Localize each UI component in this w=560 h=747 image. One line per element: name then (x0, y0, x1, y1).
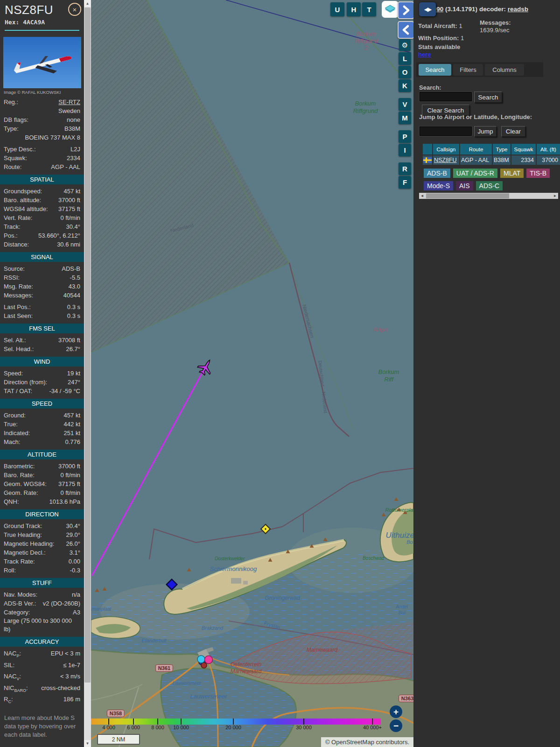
aircraft-photo[interactable] (3, 37, 81, 88)
data-row: NACP: EPU < 3 m (0, 649, 84, 661)
data-row: Track Rate:0.00 (0, 557, 84, 566)
data-row: Geom. Rate:0 ft/min (0, 488, 84, 497)
settings-button[interactable]: ⚙ (399, 39, 411, 51)
table-header-type[interactable]: Type (493, 144, 511, 155)
button-u[interactable]: U (330, 2, 344, 16)
data-row: Baro. altitude:37000 ft (0, 196, 84, 204)
sidebar-scrollbar[interactable]: ▲ ▼ (84, 0, 91, 747)
jump-label: Jump to Airport or Latitude, Longitude: (419, 113, 533, 120)
table-cell-flag[interactable] (423, 155, 432, 165)
data-row: Roll:-0.3 (0, 566, 84, 575)
panel-horizontal-scrollbar[interactable]: ◄ ► (419, 193, 558, 199)
scroll-down-icon[interactable]: ▼ (84, 740, 91, 747)
button-t[interactable]: T (362, 2, 376, 16)
zoom-in-button[interactable]: + (390, 705, 402, 718)
data-row: Speed:19 kt (0, 369, 84, 378)
map[interactable]: Borkum Riffgrund 2 Borkum Riffgrund Riff… (91, 0, 413, 747)
legend-tick: 30 000 (296, 725, 312, 730)
readsb-link[interactable]: readsb (508, 6, 528, 13)
scroll-right-icon[interactable]: ► (552, 193, 558, 199)
search-input[interactable] (420, 92, 472, 101)
jump-button[interactable]: Jump (474, 126, 497, 137)
route-row: Route: AGP - AAL (0, 162, 84, 171)
legend-tick: 20 000 (225, 725, 241, 730)
source-legend-row-1: ADS-BUAT / ADS-RMLATTIS-B (424, 169, 553, 178)
table-header-route[interactable]: Route (460, 144, 492, 155)
jump-input[interactable] (420, 127, 472, 136)
selected-aircraft-icon[interactable] (196, 357, 216, 377)
section-title-speed: SPEED (0, 399, 84, 409)
tab-filters[interactable]: Filters (453, 64, 483, 76)
tag-adsb: ADS-B (424, 169, 450, 178)
search-label: Search: (419, 84, 441, 91)
data-row: Magnetic Decl.:3.1° (0, 548, 84, 557)
chevron-left-icon (401, 25, 411, 35)
map-canvas (91, 0, 413, 747)
button-o[interactable]: O (399, 66, 411, 78)
button-k[interactable]: K (399, 79, 411, 92)
button-v[interactable]: V (399, 98, 411, 111)
wind-rows: Speed:19 kt Direction (from):247° TAT / … (0, 369, 84, 395)
legend-tick: 4 000 (102, 725, 115, 730)
data-row: NACV: < 3 m/s (0, 672, 84, 684)
table-header-alt[interactable]: Alt. (ft) (537, 144, 560, 155)
registration-link[interactable]: SE-RTZ (58, 98, 80, 106)
table-header-callsign[interactable]: Callsign (433, 144, 459, 155)
table-header-flag[interactable] (423, 144, 432, 155)
fms-rows: Sel. Alt.:37008 ft Sel. Head.:26.7° (0, 336, 84, 353)
left-triangle-icon: ◀ (424, 6, 427, 13)
stats-here-link[interactable]: here (418, 51, 431, 58)
panel-toggle-button[interactable]: ◀▶ (419, 2, 436, 16)
button-i[interactable]: I (399, 144, 411, 156)
button-l[interactable]: L (399, 52, 411, 65)
button-p[interactable]: P (399, 130, 411, 143)
search-button[interactable]: Search (474, 92, 502, 103)
button-h[interactable]: H (347, 2, 361, 16)
table-cell-callsign[interactable]: NSZ8FU (433, 155, 459, 165)
data-row: Mach:0.776 (0, 437, 84, 446)
tab-search[interactable]: Search (419, 64, 451, 76)
signal-rows: Source:ADS-B RSSI:-5.5 Msg. Rate:43.0 Me… (0, 264, 84, 300)
aircraft-marker-yellow[interactable] (261, 524, 270, 534)
data-row: Indicated:251 kt (0, 429, 84, 437)
sidebar-scrollbar-thumb[interactable] (84, 7, 91, 683)
data-row: Magnetic Heading:26.0° (0, 539, 84, 548)
data-row: Source:ADS-B (0, 264, 84, 273)
button-m[interactable]: M (399, 112, 411, 124)
tag-ais: AIS (456, 181, 473, 190)
collapse-sidebar-button[interactable] (398, 21, 413, 39)
data-row: Last Pos.:0.3 s (0, 303, 84, 311)
reg-row: Reg.: SE-RTZ (0, 98, 84, 106)
type-row: Type: B38M (0, 124, 84, 133)
layers-button[interactable] (382, 1, 399, 18)
zoom-out-button[interactable]: − (390, 719, 402, 732)
button-r[interactable]: R (399, 162, 411, 175)
table-cell-squawk[interactable]: 2334 (511, 155, 536, 165)
table-cell-type[interactable]: B38M (493, 155, 511, 165)
squawk-row: Squawk: 2334 (0, 154, 84, 162)
panel-scrollbar-thumb[interactable] (426, 193, 509, 198)
scroll-up-icon[interactable]: ▲ (84, 0, 91, 7)
data-row: TAT / OAT:-34 / -59 °C (0, 387, 84, 395)
tag-modes: Mode-S (424, 181, 453, 190)
data-row: Category:A3 (0, 608, 84, 617)
flight-trail (92, 372, 203, 576)
legend-tick: 10 000 (173, 725, 189, 730)
data-row: NICBARO: cross-checked (0, 684, 84, 695)
table-cell-alt[interactable]: 37000 (537, 155, 560, 165)
close-icon[interactable]: × (68, 3, 81, 16)
table-header-squawk[interactable]: Squawk (511, 144, 536, 155)
type-full: BOEING 737 MAX 8 (0, 133, 84, 142)
expand-panel-button[interactable] (398, 1, 413, 19)
section-title-accuracy: ACCURACY (0, 637, 84, 647)
button-f[interactable]: F (399, 176, 411, 189)
tab-columns[interactable]: Columns (485, 64, 524, 76)
data-row: Vert. Rate:0 ft/min (0, 213, 84, 222)
map-attribution[interactable]: © OpenStreetMap contributors. (321, 737, 413, 747)
table-cell-route[interactable]: AGP - AAL (460, 155, 492, 165)
jump-clear-button[interactable]: Clear (501, 126, 525, 137)
scroll-left-icon[interactable]: ◄ (419, 193, 425, 199)
data-row: QNH:1013.6 hPa (0, 497, 84, 506)
legend-tick: 8 000 (151, 725, 164, 730)
data-row: SIL: ≤ 1e-7 (0, 661, 84, 672)
